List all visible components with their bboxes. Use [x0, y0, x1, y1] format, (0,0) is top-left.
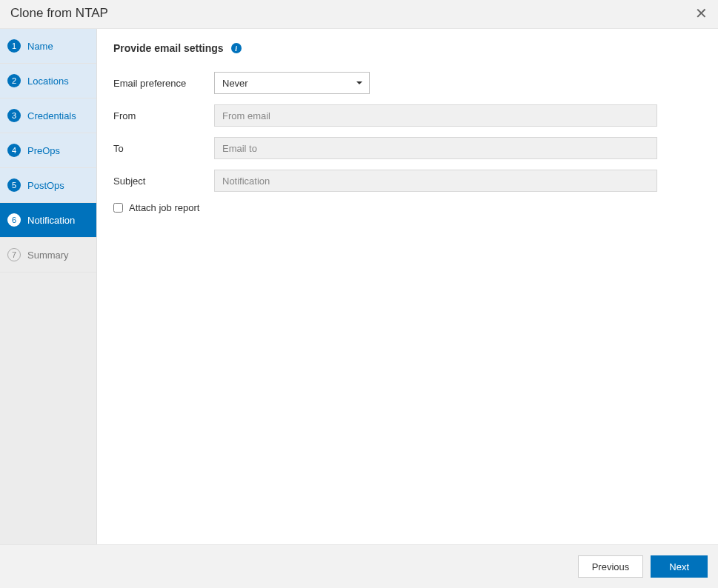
- titlebar: Clone from NTAP ✕: [0, 0, 718, 29]
- to-input[interactable]: [214, 137, 657, 159]
- row-to: To: [113, 137, 702, 159]
- dialog-title: Clone from NTAP: [10, 6, 108, 21]
- row-attach-job-report: Attach job report: [113, 202, 702, 213]
- info-icon[interactable]: i: [231, 43, 242, 53]
- step-label: PreOps: [27, 145, 60, 156]
- step-number: 6: [7, 213, 21, 227]
- sidebar-item-credentials[interactable]: 3 Credentials: [0, 98, 96, 133]
- attach-job-report-checkbox[interactable]: [113, 203, 123, 213]
- step-label: Locations: [27, 76, 69, 87]
- step-number: 4: [7, 144, 21, 157]
- sidebar-item-preops[interactable]: 4 PreOps: [0, 133, 96, 168]
- wizard-sidebar: 1 Name 2 Locations 3 Credentials 4 PreOp…: [0, 29, 97, 544]
- step-label: Notification: [27, 215, 75, 226]
- sidebar-item-notification[interactable]: 6 Notification: [0, 203, 96, 238]
- step-label: Name: [27, 41, 53, 52]
- dialog-body: 1 Name 2 Locations 3 Credentials 4 PreOp…: [0, 29, 718, 544]
- from-input[interactable]: [214, 104, 657, 127]
- sidebar-item-name[interactable]: 1 Name: [0, 29, 96, 64]
- step-label: Summary: [27, 250, 69, 261]
- row-subject: Subject: [113, 170, 702, 192]
- section-heading-row: Provide email settings i: [113, 42, 702, 54]
- label-subject: Subject: [113, 176, 214, 187]
- label-to: To: [113, 143, 214, 154]
- label-from: From: [113, 110, 214, 121]
- step-label: Credentials: [27, 110, 76, 121]
- clone-dialog: Clone from NTAP ✕ 1 Name 2 Locations 3 C…: [0, 0, 718, 588]
- attach-job-report-label: Attach job report: [129, 202, 199, 213]
- close-icon[interactable]: ✕: [694, 7, 708, 20]
- step-number: 1: [7, 39, 21, 53]
- email-preference-select-wrap: Never: [214, 72, 370, 94]
- footer: Previous Next: [0, 544, 718, 588]
- subject-input[interactable]: [214, 170, 657, 192]
- sidebar-item-postops[interactable]: 5 PostOps: [0, 168, 96, 203]
- step-number: 7: [7, 248, 21, 261]
- content-panel: Provide email settings i Email preferenc…: [97, 29, 718, 544]
- sidebar-item-locations[interactable]: 2 Locations: [0, 64, 96, 98]
- previous-button[interactable]: Previous: [578, 555, 644, 578]
- label-email-preference: Email preference: [113, 78, 214, 89]
- section-heading: Provide email settings: [113, 42, 224, 54]
- row-email-preference: Email preference Never: [113, 72, 702, 94]
- step-number: 2: [7, 74, 21, 87]
- row-from: From: [113, 104, 702, 127]
- step-number: 5: [7, 178, 21, 192]
- step-number: 3: [7, 109, 21, 122]
- step-label: PostOps: [27, 180, 64, 191]
- sidebar-item-summary[interactable]: 7 Summary: [0, 238, 96, 273]
- email-preference-select[interactable]: Never: [214, 72, 370, 94]
- next-button[interactable]: Next: [651, 555, 708, 578]
